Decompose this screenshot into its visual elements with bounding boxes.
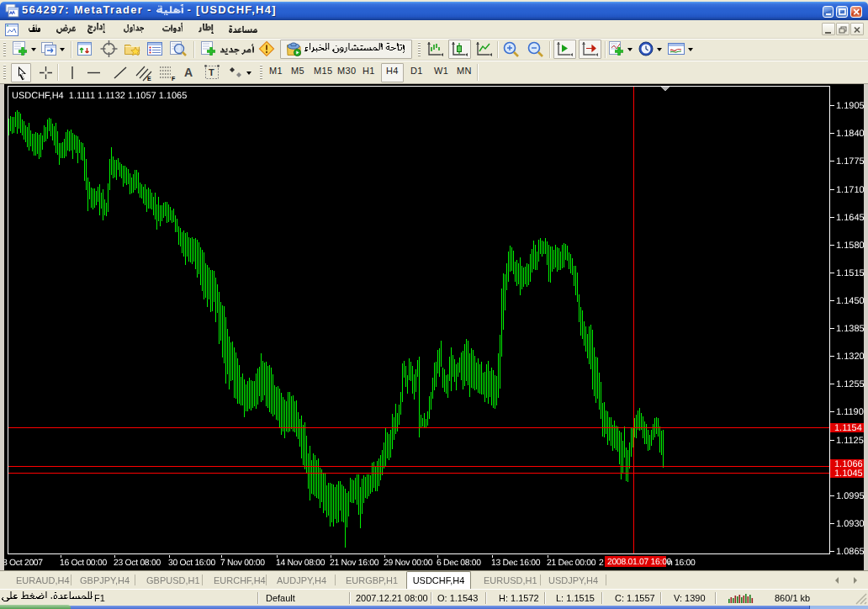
svg-text:F: F [172, 76, 176, 82]
svg-text:1.0865: 1.0865 [836, 547, 865, 557]
svg-text:1.1580: 1.1580 [836, 241, 865, 251]
svg-text:n 16:00: n 16:00 [668, 559, 696, 568]
svg-text:E: E [147, 76, 151, 82]
svg-text:23 Oct 08:00: 23 Oct 08:00 [114, 559, 161, 568]
svg-text:1.1125: 1.1125 [836, 436, 864, 446]
svg-text:1.1515: 1.1515 [836, 268, 865, 278]
svg-text:1.1710: 1.1710 [836, 185, 865, 195]
svg-text:1.0995: 1.0995 [836, 491, 865, 501]
svg-text:1.1190: 1.1190 [836, 407, 864, 417]
svg-text:T: T [209, 67, 214, 77]
svg-text:8 Oct 2007: 8 Oct 2007 [3, 559, 43, 568]
svg-text:1.1905: 1.1905 [836, 101, 865, 111]
svg-text:1.1255: 1.1255 [836, 379, 865, 389]
svg-text:21 Nov 16:00: 21 Nov 16:00 [330, 559, 379, 568]
svg-text:13 Dec 16:00: 13 Dec 16:00 [491, 559, 541, 568]
svg-text:29 Nov 00:00: 29 Nov 00:00 [384, 559, 433, 568]
svg-text:1.1154: 1.1154 [834, 423, 862, 433]
svg-text:21 Dec 00:00: 21 Dec 00:00 [547, 559, 596, 568]
svg-text:1.1045: 1.1045 [834, 469, 863, 479]
svg-text:1.1385: 1.1385 [836, 324, 865, 334]
svg-text:1.1775: 1.1775 [836, 156, 865, 167]
svg-text:1.1320: 1.1320 [836, 352, 865, 362]
svg-text:1.1645: 1.1645 [836, 213, 865, 223]
svg-text:16 Oct 00:00: 16 Oct 00:00 [60, 559, 107, 568]
svg-text:2008.01.07 16:00: 2008.01.07 16:00 [607, 558, 672, 567]
svg-text:14 Nov 08:00: 14 Nov 08:00 [276, 559, 326, 568]
svg-text:1.1840: 1.1840 [836, 129, 865, 139]
svg-text:30 Oct 16:00: 30 Oct 16:00 [168, 559, 215, 568]
svg-text:USDCHF,H4 1.1111 1.1132 1.105: USDCHF,H4 1.1111 1.1132 1.1057 1.1065 [12, 91, 187, 101]
svg-text:1.0930: 1.0930 [836, 519, 865, 529]
svg-text:7 Nov 00:00: 7 Nov 00:00 [220, 559, 265, 568]
svg-text:2: 2 [599, 559, 604, 568]
svg-text:1.1450: 1.1450 [836, 296, 865, 306]
svg-text:6 Dec 08:00: 6 Dec 08:00 [437, 559, 481, 568]
